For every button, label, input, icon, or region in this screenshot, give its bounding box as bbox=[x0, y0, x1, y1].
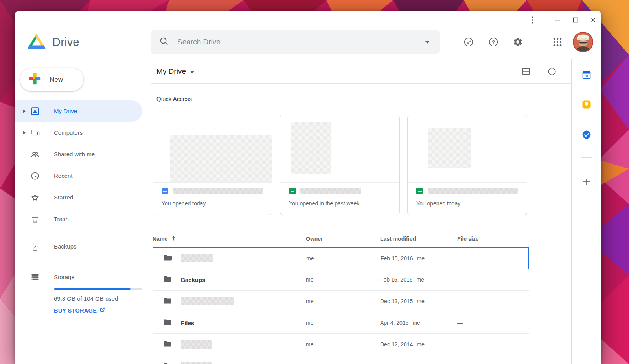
card-caption: You opened in the past week bbox=[289, 200, 391, 207]
close-icon[interactable] bbox=[589, 16, 598, 24]
folder-name: Files bbox=[181, 320, 194, 326]
table-row[interactable]: Files me Apr 4, 2015me — bbox=[153, 312, 529, 334]
grid-view-icon[interactable] bbox=[521, 66, 531, 77]
companion-side-panel: 31 bbox=[571, 59, 601, 364]
redacted-filename bbox=[173, 188, 263, 194]
folder-icon bbox=[163, 340, 172, 349]
maximize-icon[interactable] bbox=[571, 16, 580, 24]
table-row[interactable]: me Feb 15, 2016me — bbox=[153, 247, 529, 269]
folder-icon bbox=[163, 362, 172, 364]
expand-arrow-icon[interactable] bbox=[22, 109, 26, 113]
column-header-size: File size bbox=[457, 236, 529, 242]
sidebar-item-label: My Drive bbox=[54, 108, 77, 114]
redacted-folder-name bbox=[181, 297, 234, 305]
modified-cell: Apr 4, 2015me bbox=[380, 320, 457, 326]
folder-icon bbox=[163, 318, 172, 327]
search-options-chevron-icon[interactable] bbox=[425, 38, 430, 46]
column-header-modified: Last modified bbox=[380, 236, 457, 242]
sidebar-item-my-drive[interactable]: My Drive bbox=[15, 100, 142, 122]
sidebar-item-label: Trash bbox=[54, 216, 69, 222]
quick-access-card[interactable]: You opened in the past week bbox=[280, 115, 400, 215]
keep-notes-icon[interactable] bbox=[582, 100, 591, 111]
card-footer: You opened today bbox=[153, 183, 272, 207]
file-thumbnail bbox=[280, 115, 399, 183]
new-button[interactable]: New bbox=[20, 68, 84, 91]
quick-access-card[interactable]: You opened today bbox=[153, 115, 272, 215]
sidebar: New My Drive bbox=[15, 59, 151, 364]
shared-with-me-icon bbox=[30, 150, 40, 159]
redacted-filename bbox=[300, 188, 361, 194]
sort-ascending-icon bbox=[171, 236, 176, 242]
redacted-folder-name bbox=[181, 340, 212, 349]
table-row[interactable]: me Dec 12, 2014me — bbox=[153, 334, 529, 355]
sidebar-item-label: Shared with me bbox=[54, 151, 95, 157]
size-cell: — bbox=[458, 255, 528, 262]
size-cell: — bbox=[457, 298, 529, 304]
size-cell: — bbox=[457, 276, 529, 283]
card-caption: You opened today bbox=[162, 200, 263, 207]
sidebar-item-backups[interactable]: Backups bbox=[15, 236, 151, 257]
quick-access-card[interactable]: You opened today bbox=[407, 115, 527, 215]
svg-text:31: 31 bbox=[585, 74, 589, 78]
spreadsheet-file-icon bbox=[416, 188, 423, 194]
owner-cell: me bbox=[306, 320, 380, 326]
search-input[interactable] bbox=[177, 38, 416, 46]
window-controls bbox=[528, 14, 598, 26]
trash-icon bbox=[30, 214, 40, 224]
help-icon[interactable]: ? bbox=[488, 37, 498, 47]
expand-arrow-icon[interactable] bbox=[22, 130, 26, 135]
settings-gear-icon[interactable] bbox=[513, 37, 523, 47]
folder-icon bbox=[163, 275, 172, 284]
card-footer: You opened today bbox=[408, 183, 527, 207]
redacted-folder-name bbox=[181, 362, 212, 364]
file-thumbnail bbox=[153, 115, 272, 183]
get-addons-plus-icon[interactable] bbox=[582, 177, 591, 188]
owner-cell: me bbox=[306, 255, 381, 262]
table-row[interactable]: Backups me Feb 15, 2016me — bbox=[153, 269, 529, 291]
quick-access-cards: You opened today You opened in t bbox=[153, 115, 571, 215]
computers-icon bbox=[30, 128, 40, 137]
sidebar-item-computers[interactable]: Computers bbox=[15, 122, 151, 143]
spreadsheet-file-icon bbox=[289, 188, 296, 194]
chevron-down-icon bbox=[190, 67, 195, 76]
browser-window: Drive ? bbox=[15, 11, 601, 364]
modified-cell: Dec 13, 2015me bbox=[380, 298, 457, 304]
info-icon[interactable] bbox=[547, 66, 557, 77]
column-header-name[interactable]: Name bbox=[153, 236, 306, 242]
new-button-label: New bbox=[50, 76, 63, 84]
file-area: Quick Access You opened today bbox=[151, 84, 571, 364]
sidebar-item-recent[interactable]: Recent bbox=[15, 165, 151, 187]
sidebar-nav: My Drive Computers Shared bbox=[15, 100, 151, 314]
minimize-icon[interactable] bbox=[554, 16, 562, 24]
calendar-icon[interactable]: 31 bbox=[582, 70, 591, 81]
column-header-owner: Owner bbox=[306, 236, 380, 242]
drive-logo-home[interactable]: Drive bbox=[15, 33, 151, 51]
sidebar-item-storage[interactable]: Storage bbox=[15, 266, 151, 288]
google-apps-grid-icon[interactable] bbox=[552, 37, 563, 47]
redacted-filename bbox=[428, 188, 518, 194]
sidebar-item-shared-with-me[interactable]: Shared with me bbox=[15, 143, 151, 165]
search-icon[interactable] bbox=[159, 37, 169, 48]
buy-storage-label: BUY STORAGE bbox=[54, 307, 97, 314]
search-bar bbox=[151, 30, 440, 54]
modified-cell: Feb 15, 2016me bbox=[380, 276, 457, 283]
folder-icon bbox=[163, 297, 172, 305]
table-row[interactable]: me Dec 13, 2015me — bbox=[153, 291, 529, 312]
card-caption: You opened today bbox=[416, 200, 518, 207]
table-row[interactable] bbox=[153, 355, 529, 364]
sidebar-item-starred[interactable]: Starred bbox=[15, 187, 151, 208]
offline-status-icon[interactable] bbox=[463, 37, 474, 47]
account-avatar[interactable] bbox=[573, 32, 593, 52]
header-label: Name bbox=[153, 236, 167, 242]
tasks-icon[interactable] bbox=[582, 130, 591, 141]
redacted-content bbox=[170, 135, 272, 182]
redacted-content bbox=[291, 122, 331, 174]
sidebar-item-trash[interactable]: Trash bbox=[15, 208, 151, 230]
storage-progress-fill bbox=[54, 288, 131, 290]
buy-storage-link[interactable]: BUY STORAGE bbox=[54, 307, 151, 314]
window-menu-icon[interactable] bbox=[528, 16, 537, 24]
drive-logo-icon bbox=[28, 33, 46, 51]
location-dropdown[interactable]: My Drive bbox=[156, 67, 195, 76]
quick-access-heading: Quick Access bbox=[156, 95, 571, 102]
redacted-folder-name bbox=[181, 254, 213, 262]
